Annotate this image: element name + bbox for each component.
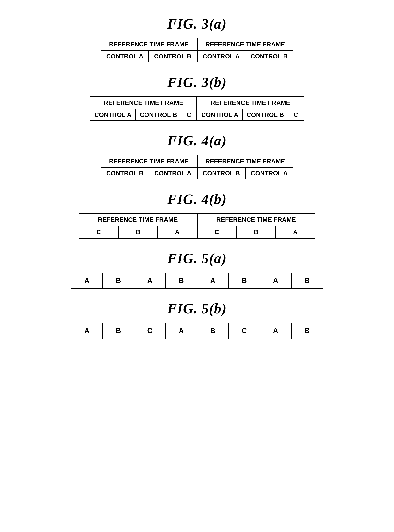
table-cell: B	[197, 323, 228, 339]
table-cell: CONTROL A	[90, 109, 135, 121]
table-cell: B	[236, 226, 276, 238]
fig5a-title: FIG. 5(a)	[167, 250, 227, 267]
table-cell: C	[228, 323, 260, 339]
table-cell: CONTROL B	[136, 109, 181, 121]
fig5a-diagram: ABABABAB	[20, 273, 374, 289]
table-cell: B	[103, 323, 134, 339]
table-cell: A	[260, 273, 291, 288]
table-cell: CONTROL A	[101, 51, 149, 62]
table-cell: C	[197, 226, 236, 238]
table-cell: C	[181, 109, 197, 121]
table-cell: CONTROL B	[197, 167, 245, 179]
table-cell: A	[260, 323, 291, 339]
table-cell: A	[71, 323, 103, 339]
fig3a-title: FIG. 3(a)	[167, 16, 227, 32]
table-cell: B	[228, 273, 260, 288]
table-cell: C	[134, 323, 166, 339]
table-cell: A	[71, 273, 103, 288]
table-cell: B	[103, 273, 134, 288]
fig3b-diagram: REFERENCE TIME FRAMEREFERENCE TIME FRAME…	[20, 96, 374, 121]
table-cell: CONTROL A	[245, 167, 293, 179]
fig3a-diagram: REFERENCE TIME FRAMEREFERENCE TIME FRAME…	[20, 38, 374, 62]
fig4a-diagram: REFERENCE TIME FRAMEREFERENCE TIME FRAME…	[20, 155, 374, 179]
table-cell: C	[288, 109, 304, 121]
table-cell: CONTROL A	[197, 109, 242, 121]
fig3b-title: FIG. 3(b)	[167, 74, 227, 90]
table-cell: B	[291, 323, 323, 339]
table-cell: A	[276, 226, 315, 238]
table-cell: CONTROL A	[149, 167, 197, 179]
table-cell: CONTROL A	[197, 51, 245, 62]
fig4b-title: FIG. 4(b)	[167, 191, 227, 207]
table-cell: CONTROL B	[242, 109, 288, 121]
table-cell: CONTROL B	[245, 51, 293, 62]
fig5b-title: FIG. 5(b)	[167, 301, 227, 317]
table-cell: C	[79, 226, 118, 238]
table-cell: A	[197, 273, 228, 288]
fig4a-title: FIG. 4(a)	[167, 133, 227, 149]
table-cell: B	[166, 273, 197, 288]
table-cell: B	[118, 226, 158, 238]
table-cell: A	[166, 323, 197, 339]
table-cell: CONTROL B	[149, 51, 197, 62]
table-cell: B	[291, 273, 323, 288]
table-cell: CONTROL B	[101, 167, 149, 179]
table-cell: A	[158, 226, 197, 238]
table-cell: A	[134, 273, 166, 288]
fig4b-diagram: REFERENCE TIME FRAMEREFERENCE TIME FRAME…	[20, 213, 374, 239]
fig5b-diagram: ABCABCAB	[20, 323, 374, 339]
